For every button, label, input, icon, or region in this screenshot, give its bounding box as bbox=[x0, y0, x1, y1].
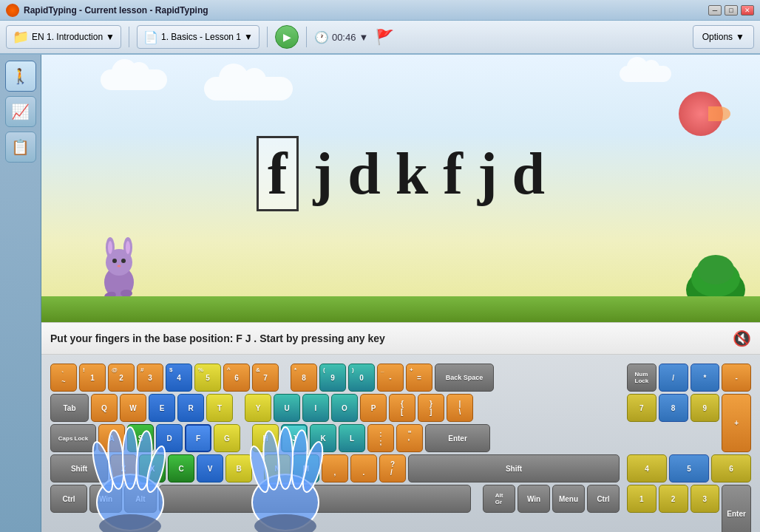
key-1[interactable]: !1 bbox=[79, 364, 106, 392]
numpad-numlock[interactable]: NumLock bbox=[627, 364, 656, 392]
key-slash[interactable]: ?/ bbox=[379, 454, 406, 482]
char-d: d bbox=[347, 144, 381, 203]
key-3[interactable]: #3 bbox=[137, 364, 163, 392]
key-tab[interactable]: Tab bbox=[50, 394, 89, 422]
key-comma[interactable]: , bbox=[322, 454, 348, 482]
key-win-l[interactable]: Win bbox=[89, 485, 122, 513]
title-bar: RapidTyping - Current lesson - RapidTypi… bbox=[0, 0, 760, 21]
key-semicolon[interactable]: :; bbox=[367, 424, 394, 452]
key-backslash[interactable]: |\ bbox=[447, 394, 473, 422]
key-quote[interactable]: "' bbox=[396, 424, 423, 452]
key-c[interactable]: C bbox=[168, 454, 194, 482]
char-k: k bbox=[396, 144, 429, 203]
char-j2: j bbox=[478, 144, 498, 203]
key-minus[interactable]: _- bbox=[377, 364, 404, 392]
key-0[interactable]: )0 bbox=[348, 364, 375, 392]
numpad-plus[interactable]: + bbox=[722, 394, 751, 452]
key-i[interactable]: I bbox=[302, 394, 329, 422]
key-shift-l[interactable]: Shift bbox=[50, 454, 108, 482]
key-shift-r[interactable]: Shift bbox=[408, 454, 620, 482]
numpad-2[interactable]: 2 bbox=[659, 485, 688, 513]
numpad-enter[interactable]: Enter bbox=[722, 485, 751, 532]
key-equal[interactable]: += bbox=[406, 364, 432, 392]
key-menu[interactable]: Menu bbox=[552, 485, 585, 513]
key-r[interactable]: R bbox=[177, 394, 204, 422]
sidebar-item-student[interactable]: 🚶 bbox=[5, 61, 36, 92]
key-4[interactable]: $4 bbox=[166, 364, 192, 392]
key-5[interactable]: %5 bbox=[194, 364, 221, 392]
key-alt-l[interactable]: Alt bbox=[124, 485, 157, 513]
key-o[interactable]: O bbox=[331, 394, 358, 422]
bottom-row: Ctrl Win Alt AltGr Win Menu Ctrl bbox=[50, 485, 620, 513]
key-g[interactable]: G bbox=[214, 424, 240, 452]
key-j[interactable]: J bbox=[281, 424, 308, 452]
sidebar-item-lessons[interactable]: 📋 bbox=[5, 132, 36, 163]
key-z[interactable]: Z bbox=[110, 454, 137, 482]
key-win-r[interactable]: Win bbox=[518, 485, 550, 513]
key-t[interactable]: T bbox=[206, 394, 233, 422]
key-space[interactable] bbox=[159, 485, 471, 513]
key-2[interactable]: @2 bbox=[108, 364, 135, 392]
bunny-mascot bbox=[89, 234, 149, 304]
key-6[interactable]: ^6 bbox=[223, 364, 250, 392]
key-8[interactable]: *8 bbox=[291, 364, 317, 392]
key-alt-gr[interactable]: AltGr bbox=[483, 485, 515, 513]
key-q[interactable]: Q bbox=[91, 394, 118, 422]
key-f[interactable]: F bbox=[185, 424, 211, 452]
key-u[interactable]: U bbox=[274, 394, 300, 422]
sound-button[interactable]: 🔇 bbox=[733, 330, 751, 347]
numpad-star[interactable]: * bbox=[691, 364, 720, 392]
key-backspace[interactable]: Back Space bbox=[435, 364, 494, 392]
key-m[interactable]: M bbox=[293, 454, 319, 482]
key-ctrl-r[interactable]: Ctrl bbox=[587, 485, 620, 513]
lesson-selector[interactable]: 📄 1. Basics - Lesson 1 ▼ bbox=[137, 25, 259, 49]
student-icon: 🚶 bbox=[11, 67, 30, 85]
key-e[interactable]: E bbox=[149, 394, 175, 422]
key-w[interactable]: W bbox=[120, 394, 146, 422]
sidebar-item-stats[interactable]: 📈 bbox=[5, 96, 36, 127]
numpad-slash[interactable]: / bbox=[659, 364, 688, 392]
numpad-minus[interactable]: - bbox=[722, 364, 751, 392]
key-caps[interactable]: Caps Lock bbox=[50, 424, 96, 452]
numpad-6[interactable]: 6 bbox=[711, 454, 751, 482]
numpad-7[interactable]: 7 bbox=[627, 394, 656, 422]
numpad: NumLock / * - 7 8 9 + 4 5 6 1 bbox=[627, 364, 751, 532]
play-button[interactable]: ▶ bbox=[275, 25, 299, 49]
numpad-5[interactable]: 5 bbox=[669, 454, 709, 482]
key-n[interactable]: N bbox=[264, 454, 291, 482]
key-lbracket[interactable]: {[ bbox=[389, 394, 415, 422]
key-d[interactable]: D bbox=[156, 424, 183, 452]
key-k[interactable]: K bbox=[310, 424, 336, 452]
course-selector[interactable]: 📁 EN 1. Introduction ▼ bbox=[6, 25, 121, 49]
key-tilde[interactable]: `~ bbox=[50, 364, 77, 392]
numpad-1[interactable]: 1 bbox=[627, 485, 656, 513]
key-l[interactable]: L bbox=[339, 424, 365, 452]
key-enter[interactable]: Enter bbox=[425, 424, 490, 452]
options-button[interactable]: Options ▼ bbox=[693, 25, 754, 49]
key-p[interactable]: P bbox=[360, 394, 387, 422]
close-button[interactable]: ✕ bbox=[741, 5, 754, 16]
numpad-8[interactable]: 8 bbox=[659, 394, 688, 422]
key-s[interactable]: S bbox=[127, 424, 154, 452]
app-icon bbox=[6, 4, 19, 17]
cloud-3 bbox=[620, 66, 671, 82]
flag-button[interactable]: 🚩 bbox=[376, 28, 394, 46]
maximize-button[interactable]: □ bbox=[725, 5, 738, 16]
key-9[interactable]: (9 bbox=[319, 364, 346, 392]
key-y[interactable]: Y bbox=[245, 394, 271, 422]
key-period[interactable]: . bbox=[350, 454, 377, 482]
clock-icon: 🕐 bbox=[314, 30, 329, 44]
key-ctrl-l[interactable]: Ctrl bbox=[50, 485, 87, 513]
key-b[interactable]: B bbox=[225, 454, 252, 482]
numpad-9[interactable]: 9 bbox=[691, 394, 720, 422]
key-7[interactable]: &7 bbox=[252, 364, 279, 392]
key-rbracket[interactable]: }] bbox=[418, 394, 444, 422]
numpad-3[interactable]: 3 bbox=[691, 485, 720, 513]
key-x[interactable]: X bbox=[139, 454, 166, 482]
key-a[interactable]: A bbox=[98, 424, 125, 452]
key-v[interactable]: V bbox=[197, 454, 223, 482]
numpad-4[interactable]: 4 bbox=[627, 454, 667, 482]
course-dropdown-icon: ▼ bbox=[106, 32, 115, 42]
minimize-button[interactable]: ─ bbox=[708, 5, 722, 16]
key-h[interactable]: H bbox=[252, 424, 279, 452]
